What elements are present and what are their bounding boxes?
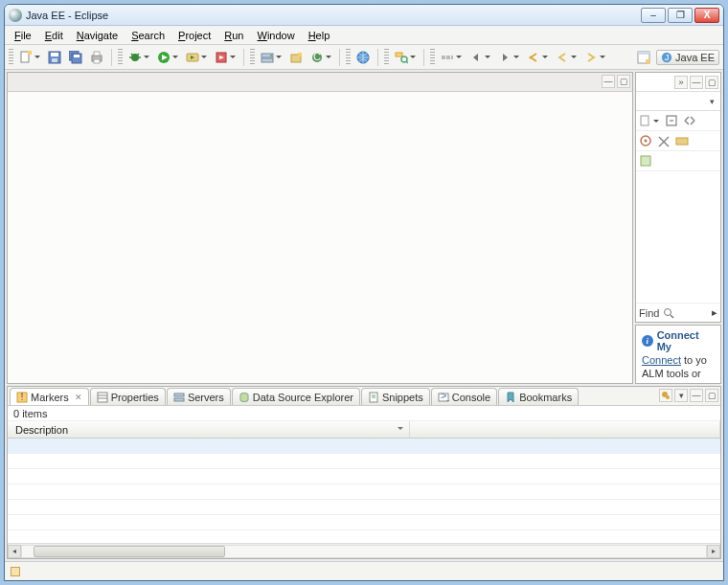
outline-maximize-icon[interactable]: ▢ bbox=[705, 76, 718, 89]
outline-menu-row: ▾ bbox=[636, 92, 720, 111]
customize-view-icon[interactable] bbox=[638, 153, 653, 169]
open-web-browser-button[interactable] bbox=[354, 49, 372, 66]
search-icon[interactable] bbox=[663, 307, 674, 319]
new-package-button[interactable] bbox=[287, 49, 305, 66]
svg-rect-52 bbox=[641, 156, 650, 166]
scroll-thumb[interactable] bbox=[34, 546, 225, 557]
menu-project[interactable]: Project bbox=[172, 28, 216, 43]
column-description[interactable]: Description bbox=[8, 421, 410, 438]
open-perspective-button[interactable] bbox=[635, 49, 652, 66]
eclipse-icon bbox=[9, 9, 22, 22]
outline-chevron-icon[interactable]: » bbox=[674, 76, 688, 89]
svg-rect-35 bbox=[451, 56, 453, 59]
toolbar-grip[interactable] bbox=[118, 49, 123, 66]
svg-rect-0 bbox=[21, 52, 29, 62]
tab-bookmarks[interactable]: Bookmarks bbox=[498, 388, 579, 405]
run-last-button[interactable] bbox=[184, 49, 201, 66]
annotation-prev-button[interactable] bbox=[467, 49, 485, 66]
svg-line-15 bbox=[137, 54, 139, 56]
outline-view: » — ▢ ▾ bbox=[635, 72, 721, 323]
print-button[interactable] bbox=[88, 49, 105, 66]
arrow-right-icon[interactable]: ▸ bbox=[712, 306, 717, 319]
focus-task-icon[interactable] bbox=[638, 133, 653, 148]
save-button[interactable] bbox=[46, 49, 63, 66]
status-icon[interactable] bbox=[11, 567, 20, 576]
svg-rect-30 bbox=[396, 53, 402, 56]
scroll-left-icon[interactable]: ◂ bbox=[8, 545, 21, 558]
menu-help[interactable]: Help bbox=[303, 28, 336, 43]
debug-button[interactable] bbox=[126, 49, 144, 66]
new-button[interactable] bbox=[17, 49, 34, 66]
scroll-right-icon[interactable]: ▸ bbox=[707, 545, 720, 558]
svg-rect-60 bbox=[174, 394, 184, 396]
save-all-button[interactable] bbox=[67, 49, 84, 66]
toolbar-grip[interactable] bbox=[384, 49, 389, 66]
tab-label: Markers bbox=[31, 392, 69, 403]
close-icon[interactable]: ✕ bbox=[75, 393, 82, 402]
scroll-track[interactable] bbox=[21, 545, 707, 558]
minimize-button[interactable]: – bbox=[641, 8, 666, 23]
tasks-text-3: local task. bbox=[642, 381, 689, 385]
filter-icon[interactable] bbox=[656, 133, 671, 148]
titlebar[interactable]: Java EE - Eclipse – ❐ X bbox=[5, 5, 723, 26]
connect-link[interactable]: Connect bbox=[642, 354, 681, 366]
toolbar-grip[interactable] bbox=[250, 49, 255, 66]
horizontal-scrollbar[interactable]: ◂ ▸ bbox=[8, 543, 720, 558]
menu-search[interactable]: Search bbox=[125, 28, 171, 43]
tab-console[interactable]: >_ Console bbox=[431, 388, 497, 405]
menu-window[interactable]: Window bbox=[251, 28, 300, 43]
annotation-next-button[interactable] bbox=[496, 49, 513, 66]
working-set-icon[interactable] bbox=[674, 133, 690, 148]
forward-button[interactable] bbox=[582, 49, 600, 66]
toolbar-grip[interactable] bbox=[430, 49, 435, 66]
tab-data-source-explorer[interactable]: Data Source Explorer bbox=[232, 388, 360, 405]
maximize-button[interactable]: ❐ bbox=[668, 8, 693, 23]
svg-rect-10 bbox=[94, 59, 100, 63]
tab-servers[interactable]: Servers bbox=[167, 388, 231, 405]
tasks-panel: i Connect My Connect to yo ALM tools or … bbox=[635, 325, 721, 384]
servers-icon bbox=[173, 392, 185, 403]
menu-navigate[interactable]: Navigate bbox=[71, 28, 124, 43]
new-type-button[interactable]: C bbox=[308, 49, 326, 66]
link-editor-icon[interactable] bbox=[682, 113, 697, 128]
tab-properties[interactable]: Properties bbox=[90, 388, 166, 405]
outline-minimize-icon[interactable]: — bbox=[690, 76, 703, 89]
collapse-all-icon[interactable] bbox=[664, 113, 679, 128]
menu-file[interactable]: File bbox=[9, 28, 37, 43]
run-button[interactable] bbox=[155, 49, 172, 66]
toolbar-grip[interactable] bbox=[346, 49, 351, 66]
menu-run[interactable]: Run bbox=[218, 28, 249, 43]
last-edit-button[interactable] bbox=[525, 49, 542, 66]
tab-label: Bookmarks bbox=[519, 392, 572, 403]
svg-rect-40 bbox=[638, 52, 649, 55]
view-minimize-icon[interactable]: — bbox=[690, 389, 703, 402]
toolbar-grip[interactable] bbox=[9, 49, 13, 66]
tab-snippets[interactable]: Snippets bbox=[361, 388, 430, 405]
outline-view-menu-icon[interactable]: ▾ bbox=[705, 95, 718, 108]
menu-edit[interactable]: Edit bbox=[39, 28, 69, 43]
perspective-javaee[interactable]: J Java EE bbox=[656, 50, 719, 65]
markers-icon: ! bbox=[16, 392, 28, 403]
search-button[interactable] bbox=[393, 49, 410, 66]
bookmarks-icon bbox=[505, 392, 516, 403]
tasks-heading: Connect My bbox=[657, 329, 715, 352]
svg-line-32 bbox=[406, 61, 408, 63]
markers-grid[interactable] bbox=[8, 439, 720, 543]
close-button[interactable]: X bbox=[694, 8, 719, 23]
back-button[interactable] bbox=[554, 49, 571, 66]
editor-minimize-icon[interactable]: — bbox=[602, 75, 615, 88]
tab-markers[interactable]: ! Markers ✕ bbox=[10, 388, 89, 405]
svg-line-54 bbox=[671, 315, 673, 318]
toggle-breadcrumb-button[interactable] bbox=[439, 49, 456, 66]
editor-maximize-icon[interactable]: ▢ bbox=[617, 75, 630, 88]
new-server-button[interactable] bbox=[259, 49, 276, 66]
svg-rect-26 bbox=[298, 53, 302, 56]
view-filter-icon[interactable] bbox=[659, 389, 672, 402]
external-tools-button[interactable] bbox=[213, 49, 230, 66]
view-maximize-icon[interactable]: ▢ bbox=[705, 389, 718, 402]
view-menu-icon[interactable]: ▾ bbox=[674, 389, 688, 402]
svg-text:>_: >_ bbox=[441, 392, 449, 401]
new-dropdown-button[interactable] bbox=[638, 113, 653, 128]
tasks-text-1: to yo bbox=[681, 354, 707, 366]
properties-icon bbox=[97, 392, 108, 403]
